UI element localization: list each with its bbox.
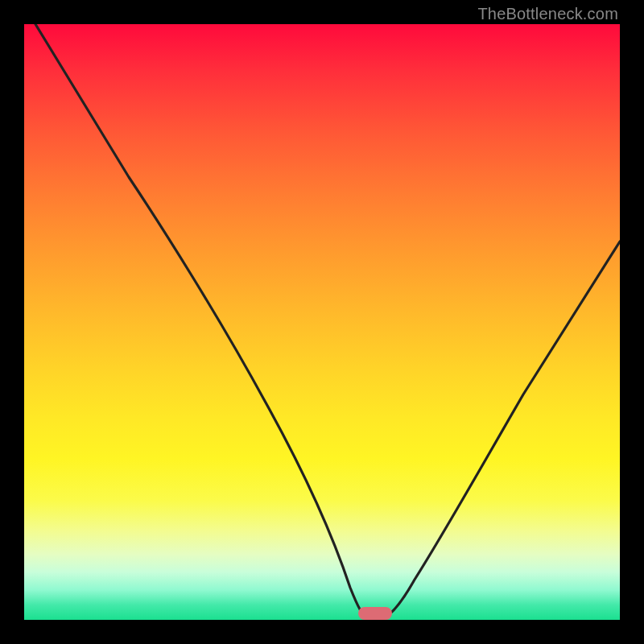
watermark-text: TheBottleneck.com bbox=[477, 5, 618, 23]
bottleneck-curve bbox=[24, 24, 620, 620]
chart-frame: TheBottleneck.com bbox=[0, 0, 644, 644]
optimum-marker bbox=[358, 607, 392, 620]
curve-path bbox=[35, 24, 620, 618]
